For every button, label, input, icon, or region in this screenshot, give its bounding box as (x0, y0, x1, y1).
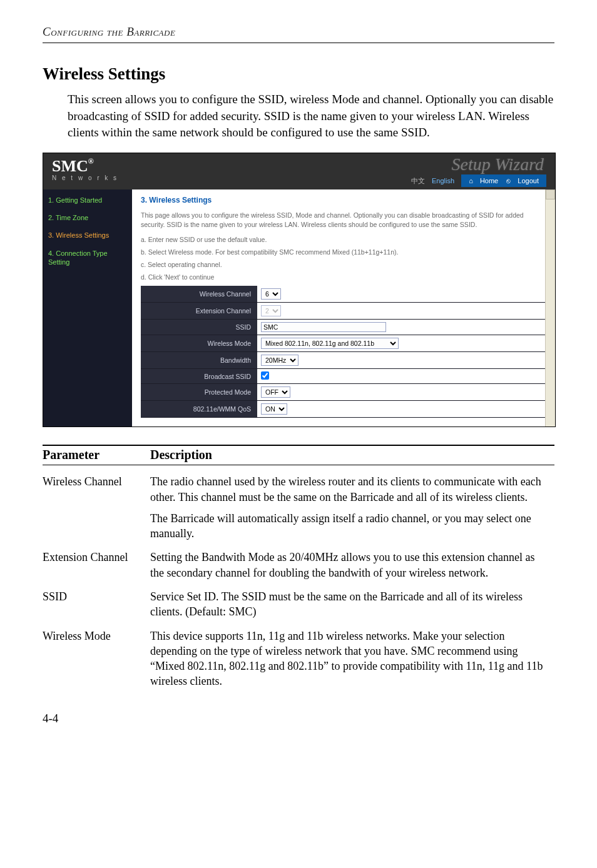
logout-icon: ⎋ (506, 177, 511, 184)
scroll-up-icon[interactable] (546, 189, 555, 199)
row-wireless-channel: Wireless Channel 6 (141, 286, 548, 303)
label-extension-channel: Extension Channel (141, 304, 257, 318)
lang-chinese-link[interactable]: 中文 (411, 177, 425, 184)
section-intro-paragraph: This screen allows you to configure the … (68, 91, 554, 141)
brand-logo: SMC® (52, 157, 94, 176)
wizard-title: Setup Wizard (451, 154, 544, 174)
th-description: Description (150, 448, 554, 465)
row-extension-channel: Extension Channel 2 (141, 303, 548, 320)
table-row: Extension Channel Setting the Bandwith M… (43, 546, 554, 585)
sidebar-item-wireless-settings[interactable]: 3. Wireless Settings (48, 231, 127, 240)
sidebar-item-connection-type[interactable]: 4. Connection Type Setting (48, 249, 127, 267)
row-broadcast-ssid: Broadcast SSID (141, 369, 548, 384)
panel-title: 3. Wireless Settings (141, 196, 548, 204)
home-logout-box: ⌂ Home ⎋ Logout (461, 174, 546, 187)
row-wireless-mode: Wireless Mode Mixed 802.11n, 802.11g and… (141, 335, 548, 352)
label-bandwidth: Bandwidth (141, 353, 257, 367)
param-desc-p2: The Barricade will automatically assign … (150, 511, 551, 542)
brand-logo-text: SMC (52, 157, 88, 175)
checkbox-broadcast-ssid[interactable] (261, 371, 269, 380)
screenshot-header: SMC® N e t w o r k s Setup Wizard 中文 Eng… (43, 153, 555, 189)
language-bar: 中文 English ⌂ Home ⎋ Logout (409, 174, 549, 187)
lang-english-link[interactable]: English (432, 177, 454, 184)
select-wireless-channel[interactable]: 6 (261, 288, 281, 300)
header-rule (43, 43, 554, 43)
home-link[interactable]: Home (480, 177, 498, 184)
table-row: Wireless Mode This device supports 11n, … (43, 625, 554, 694)
table-row: SSID Service Set ID. The SSID must be th… (43, 585, 554, 625)
home-icon: ⌂ (469, 177, 473, 184)
select-bandwidth[interactable]: 20MHz (261, 355, 298, 366)
param-desc: Setting the Bandwith Mode as 20/40MHz al… (150, 546, 554, 585)
scrollbar[interactable] (545, 189, 555, 426)
select-wireless-mode[interactable]: Mixed 802.11n, 802.11g and 802.11b (261, 338, 399, 349)
param-desc: This device supports 11n, 11g and 11b wi… (150, 625, 554, 694)
select-wmm-qos[interactable]: ON (261, 403, 287, 415)
logout-link[interactable]: Logout (518, 177, 539, 184)
screenshot-panel: SMC® N e t w o r k s Setup Wizard 中文 Eng… (43, 153, 556, 427)
table-top-rule (43, 445, 554, 446)
brand-subtext: N e t w o r k s (52, 174, 118, 181)
param-name: Wireless Channel (43, 470, 150, 546)
form-rows: Wireless Channel 6 Extension Channel 2 S… (141, 286, 548, 418)
row-protected-mode: Protected Mode OFF (141, 384, 548, 401)
wizard-sidebar: 1. Getting Started 2. Time Zone 3. Wirel… (43, 189, 132, 426)
label-broadcast-ssid: Broadcast SSID (141, 370, 257, 383)
panel-intro: This page allows you to configure the wi… (141, 211, 548, 230)
label-ssid: SSID (141, 320, 257, 334)
label-protected-mode: Protected Mode (141, 385, 257, 399)
parameter-table: Parameter Description Wireless Channel T… (43, 448, 554, 694)
row-ssid: SSID (141, 320, 548, 335)
param-name: SSID (43, 585, 150, 625)
registered-mark-icon: ® (88, 157, 94, 166)
table-row: Wireless Channel The radio channel used … (43, 470, 554, 546)
step-d: d. Click 'Next' to continue (141, 273, 548, 281)
wizard-main-panel: 3. Wireless Settings This page allows yo… (132, 189, 555, 426)
param-desc: Service Set ID. The SSID must be the sam… (150, 585, 554, 625)
th-parameter: Parameter (43, 448, 150, 465)
step-a: a. Enter new SSID or use the default val… (141, 236, 548, 243)
sidebar-item-getting-started[interactable]: 1. Getting Started (48, 196, 127, 204)
param-name: Wireless Mode (43, 625, 150, 694)
page-number: 4-4 (43, 712, 554, 725)
table-header-rule (43, 465, 554, 465)
label-wireless-mode: Wireless Mode (141, 336, 257, 350)
select-extension-channel: 2 (261, 305, 281, 316)
step-c: c. Select operating channel. (141, 261, 548, 268)
input-ssid[interactable] (261, 322, 386, 332)
select-protected-mode[interactable]: OFF (261, 386, 290, 398)
running-header: Configuring the Barricade (43, 25, 554, 39)
sidebar-item-time-zone[interactable]: 2. Time Zone (48, 213, 127, 222)
param-name: Extension Channel (43, 546, 150, 585)
section-heading: Wireless Settings (43, 64, 554, 84)
row-bandwidth: Bandwidth 20MHz (141, 352, 548, 369)
step-b: b. Select Wireless mode. For best compat… (141, 248, 548, 256)
label-wireless-channel: Wireless Channel (141, 287, 257, 301)
param-desc: The radio channel used by the wireless r… (150, 470, 554, 546)
label-wmm-qos: 802.11e/WMM QoS (141, 402, 257, 416)
param-desc-p1: The radio channel used by the wireless r… (150, 474, 551, 505)
row-wmm-qos: 802.11e/WMM QoS ON (141, 401, 548, 418)
